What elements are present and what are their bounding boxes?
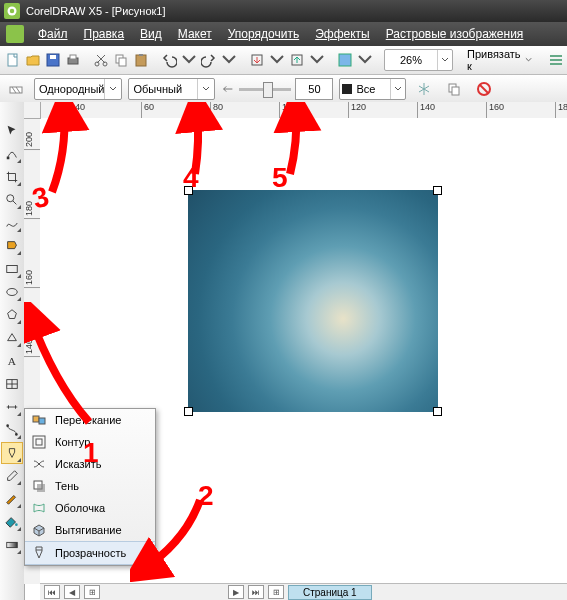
shape-tool[interactable]	[1, 143, 23, 165]
zoom-combo[interactable]	[384, 49, 453, 71]
pick-tool[interactable]	[1, 120, 23, 142]
import-button[interactable]	[248, 48, 266, 72]
swatch-icon	[342, 84, 352, 94]
opacity-input[interactable]	[295, 78, 333, 100]
transparency-type-combo[interactable]: Однородный	[34, 78, 122, 100]
selection-handle[interactable]	[184, 407, 193, 416]
open-button[interactable]	[24, 48, 42, 72]
svg-point-26	[7, 289, 18, 296]
menu-effects[interactable]: Эффекты	[309, 25, 376, 43]
svg-rect-6	[70, 55, 76, 59]
ruler-tick: 140	[417, 102, 435, 118]
distort-icon	[31, 456, 47, 472]
svg-rect-16	[550, 55, 562, 57]
ruler-origin[interactable]	[24, 102, 41, 119]
ruler-tick: 100	[279, 102, 297, 118]
svg-text:A: A	[8, 355, 17, 367]
redo-dropdown[interactable]	[220, 48, 238, 72]
print-button[interactable]	[64, 48, 82, 72]
export-dropdown[interactable]	[308, 48, 326, 72]
flyout-blend[interactable]: Перетекание	[25, 409, 155, 431]
selection-handle[interactable]	[433, 407, 442, 416]
first-page-button[interactable]: ⏮	[44, 585, 60, 599]
clear-transparency-button[interactable]	[472, 77, 496, 101]
dimension-tool[interactable]	[1, 396, 23, 418]
text-tool[interactable]: A	[1, 350, 23, 372]
polygon-tool[interactable]	[1, 304, 23, 326]
fill-tool[interactable]	[1, 511, 23, 533]
undo-dropdown[interactable]	[180, 48, 198, 72]
ruler-tick: 180	[555, 102, 567, 118]
flyout-distort[interactable]: Исказить	[25, 453, 155, 475]
ellipse-tool[interactable]	[1, 281, 23, 303]
svg-rect-23	[7, 157, 10, 160]
flyout-envelope[interactable]: Оболочка	[25, 497, 155, 519]
snap-to-menu[interactable]: Привязать к	[463, 48, 537, 72]
svg-rect-36	[36, 439, 42, 445]
paste-button[interactable]	[132, 48, 150, 72]
flyout-label: Перетекание	[55, 414, 121, 426]
menu-bitmaps[interactable]: Растровые изображения	[380, 25, 530, 43]
svg-rect-12	[139, 54, 143, 56]
import-dropdown[interactable]	[268, 48, 286, 72]
options-button[interactable]	[547, 48, 565, 72]
redo-button[interactable]	[200, 48, 218, 72]
smart-fill-tool[interactable]	[1, 235, 23, 257]
app-launcher-button[interactable]	[336, 48, 354, 72]
crop-tool[interactable]	[1, 166, 23, 188]
rectangle-tool[interactable]	[1, 258, 23, 280]
menu-view[interactable]: Вид	[134, 25, 168, 43]
prev-page-button[interactable]: ◀	[64, 585, 80, 599]
cut-button[interactable]	[92, 48, 110, 72]
copy-button[interactable]	[112, 48, 130, 72]
flyout-contour[interactable]: Контур	[25, 431, 155, 453]
interactive-effects-tool[interactable]	[1, 442, 23, 464]
freeze-transparency-button[interactable]	[412, 77, 436, 101]
page-tab[interactable]: Страница 1	[288, 585, 372, 600]
connector-tool[interactable]	[1, 419, 23, 441]
zoom-dropdown[interactable]	[437, 50, 452, 70]
chevron-down-icon	[104, 79, 121, 99]
selection-handle[interactable]	[184, 186, 193, 195]
menu-file[interactable]: Файл	[32, 25, 74, 43]
transparency-mode-combo[interactable]: Обычный	[128, 78, 215, 100]
add-page-button[interactable]: ⊞	[84, 585, 100, 599]
app-launcher-dropdown[interactable]	[356, 48, 374, 72]
transparency-target-label: Все	[356, 83, 386, 95]
zoom-input[interactable]	[385, 53, 437, 67]
transparency-target-combo[interactable]: Все	[339, 78, 406, 100]
selection-handle[interactable]	[433, 186, 442, 195]
interactive-fill-tool[interactable]	[1, 534, 23, 556]
flyout-transparency[interactable]: Прозрачность	[25, 541, 155, 565]
svg-rect-18	[550, 63, 562, 65]
save-button[interactable]	[44, 48, 62, 72]
export-button[interactable]	[288, 48, 306, 72]
svg-rect-2	[8, 54, 17, 66]
flyout-extrude[interactable]: Вытягивание	[25, 519, 155, 541]
table-tool[interactable]	[1, 373, 23, 395]
undo-button[interactable]	[160, 48, 178, 72]
menu-edit[interactable]: Правка	[78, 25, 131, 43]
new-button[interactable]	[4, 48, 22, 72]
svg-rect-4	[50, 55, 56, 59]
menu-arrange[interactable]: Упорядочить	[222, 25, 305, 43]
eyedropper-tool[interactable]	[1, 465, 23, 487]
add-page-after-button[interactable]: ⊞	[268, 585, 284, 599]
opacity-slider[interactable]	[221, 78, 333, 100]
edit-transparency-button[interactable]	[4, 77, 28, 101]
svg-point-31	[15, 523, 18, 526]
svg-point-29	[6, 424, 9, 427]
horizontal-ruler[interactable]: 40 60 80 100 120 140 160 180	[24, 102, 567, 119]
gradient-rectangle[interactable]	[188, 190, 438, 412]
slider-thumb[interactable]	[263, 82, 273, 98]
freehand-tool[interactable]	[1, 212, 23, 234]
zoom-tool[interactable]	[1, 189, 23, 211]
basic-shapes-tool[interactable]	[1, 327, 23, 349]
menu-layout[interactable]: Макет	[172, 25, 218, 43]
copy-transparency-button[interactable]	[442, 77, 466, 101]
last-page-button[interactable]: ⏭	[248, 585, 264, 599]
next-page-button[interactable]: ▶	[228, 585, 244, 599]
flyout-shadow[interactable]: Тень	[25, 475, 155, 497]
app-menu-icon[interactable]	[6, 25, 24, 43]
outline-tool[interactable]	[1, 488, 23, 510]
